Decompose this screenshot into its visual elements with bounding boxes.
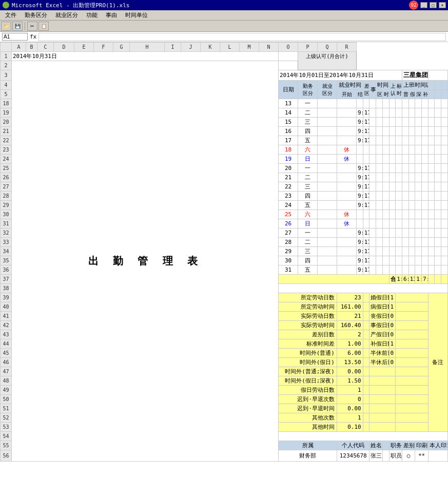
- night-18[interactable]: [422, 99, 428, 108]
- work-36[interactable]: [337, 265, 357, 275]
- reason-25[interactable]: [376, 164, 383, 173]
- s-val-10[interactable]: 1.50: [337, 376, 363, 386]
- holiday-31[interactable]: [415, 219, 422, 229]
- dow-31[interactable]: 日: [298, 219, 318, 229]
- normal-31[interactable]: [408, 219, 415, 229]
- approval-27[interactable]: [396, 182, 402, 192]
- duty-18[interactable]: [318, 99, 337, 108]
- cell-A2-title[interactable]: 出 勤 管 理 表: [12, 61, 279, 462]
- day-28[interactable]: 23: [279, 192, 298, 201]
- holiday-26[interactable]: [415, 173, 422, 182]
- stddiff-19[interactable]: [402, 108, 408, 118]
- duty-23[interactable]: [318, 145, 337, 155]
- q-19[interactable]: [435, 108, 441, 118]
- holiday-34[interactable]: [415, 247, 422, 256]
- r-25[interactable]: [441, 164, 448, 173]
- toolbar-btn-3[interactable]: ✂: [27, 22, 37, 31]
- total-night[interactable]: 7:30: [422, 275, 428, 284]
- q-25[interactable]: [435, 164, 441, 173]
- stddiff-29[interactable]: [402, 201, 408, 210]
- p-23[interactable]: [428, 145, 435, 155]
- menu-time-unit[interactable]: 时间单位: [121, 10, 152, 20]
- timediv-36[interactable]: [382, 265, 389, 275]
- start-30[interactable]: [357, 210, 363, 219]
- night-30[interactable]: [422, 210, 428, 219]
- approval-23[interactable]: [396, 145, 402, 155]
- approval-34[interactable]: [396, 247, 402, 256]
- day-23[interactable]: 18: [279, 145, 298, 155]
- time-33[interactable]: [389, 238, 396, 247]
- diffdiv-25[interactable]: [369, 164, 376, 173]
- q-27[interactable]: [435, 182, 441, 192]
- night-20[interactable]: [422, 118, 428, 127]
- total-empty-1[interactable]: [279, 275, 389, 284]
- work-31[interactable]: 休: [337, 219, 357, 229]
- approval-18[interactable]: [396, 99, 402, 108]
- day-25[interactable]: 20: [279, 164, 298, 173]
- duty-26[interactable]: [318, 173, 337, 182]
- end-27[interactable]: 17:30: [363, 182, 369, 192]
- night-21[interactable]: [422, 127, 428, 136]
- day-30[interactable]: 25: [279, 210, 298, 219]
- start-31[interactable]: [357, 219, 363, 229]
- timediv-22[interactable]: [382, 136, 389, 145]
- work-23[interactable]: 休: [337, 145, 357, 155]
- normal-21[interactable]: [408, 127, 415, 136]
- time-25[interactable]: [389, 164, 396, 173]
- stddiff-23[interactable]: [402, 145, 408, 155]
- dow-36[interactable]: 五: [298, 265, 318, 275]
- day-32[interactable]: 27: [279, 229, 298, 238]
- time-24[interactable]: [389, 155, 396, 164]
- holiday-36[interactable]: [415, 265, 422, 275]
- diffdiv-31[interactable]: [369, 219, 376, 229]
- work-33[interactable]: [337, 238, 357, 247]
- r-33[interactable]: [441, 238, 448, 247]
- night-36[interactable]: [422, 265, 428, 275]
- approval-25[interactable]: [396, 164, 402, 173]
- p-33[interactable]: [428, 238, 435, 247]
- normal-28[interactable]: [408, 192, 415, 201]
- start-24[interactable]: [357, 155, 363, 164]
- p-25[interactable]: [428, 164, 435, 173]
- duty-34[interactable]: [318, 247, 337, 256]
- end-28[interactable]: 17:30: [363, 192, 369, 201]
- stddiff-30[interactable]: [402, 210, 408, 219]
- day-35[interactable]: 30: [279, 256, 298, 265]
- night-32[interactable]: [422, 229, 428, 238]
- duty-29[interactable]: [318, 201, 337, 210]
- work-34[interactable]: [337, 247, 357, 256]
- end-32[interactable]: 17:30: [363, 229, 369, 238]
- diffdiv-32[interactable]: [369, 229, 376, 238]
- end-24[interactable]: [363, 155, 369, 164]
- reason-19[interactable]: [376, 108, 383, 118]
- footer-id-value[interactable]: 12345678: [337, 450, 369, 462]
- night-34[interactable]: [422, 247, 428, 256]
- start-18[interactable]: [357, 99, 363, 108]
- p-18[interactable]: [428, 99, 435, 108]
- work-30[interactable]: 休: [337, 210, 357, 219]
- holiday-21[interactable]: [415, 127, 422, 136]
- diffdiv-20[interactable]: [369, 118, 376, 127]
- duty-36[interactable]: [318, 265, 337, 275]
- s-val-r4[interactable]: 0: [389, 321, 396, 330]
- diffdiv-19[interactable]: [369, 108, 376, 118]
- night-22[interactable]: [422, 136, 428, 145]
- start-22[interactable]: 9:00: [357, 136, 363, 145]
- duty-32[interactable]: [318, 229, 337, 238]
- time-35[interactable]: [389, 256, 396, 265]
- night-35[interactable]: [422, 256, 428, 265]
- q-31[interactable]: [435, 219, 441, 229]
- footer-stamp-value[interactable]: [428, 450, 447, 462]
- time-19[interactable]: [389, 108, 396, 118]
- reason-34[interactable]: [376, 247, 383, 256]
- dow-35[interactable]: 四: [298, 256, 318, 265]
- close-button[interactable]: ×: [439, 2, 446, 8]
- duty-24[interactable]: [318, 155, 337, 164]
- s-val-7[interactable]: 6.00: [337, 349, 363, 358]
- holiday-18[interactable]: [415, 99, 422, 108]
- duty-27[interactable]: [318, 182, 337, 192]
- holiday-35[interactable]: [415, 256, 422, 265]
- p-19[interactable]: [428, 108, 435, 118]
- timediv-26[interactable]: [382, 173, 389, 182]
- day-24[interactable]: 19: [279, 155, 298, 164]
